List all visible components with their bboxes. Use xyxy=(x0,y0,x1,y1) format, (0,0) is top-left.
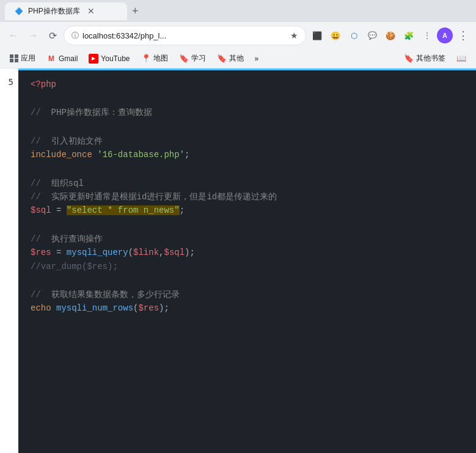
gmail-icon: M xyxy=(46,54,56,64)
other-bookmarks-label: 其他书签 xyxy=(416,53,445,64)
code-area: <?php // PHP操作数据库：查询数据 // 引入初始文件 include… xyxy=(18,68,476,453)
bookmark-youtube[interactable]: ▶ YouTube xyxy=(84,51,134,66)
comment-6: // xyxy=(31,290,46,300)
space-1 xyxy=(51,303,56,313)
comment-text-2: 引入初始文件 xyxy=(46,136,102,146)
bookmark-maps[interactable]: 📍 地图 xyxy=(136,51,173,66)
semicolon-1: ; xyxy=(185,150,189,160)
tab-close[interactable]: ✕ xyxy=(87,6,95,16)
back-button[interactable]: ← xyxy=(5,27,22,44)
close-paren-2: ); xyxy=(159,303,169,313)
browser-chrome: 🔷 PHP操作数据库 ✕ + ← → ⟳ ⓘ localhost:63342/p… xyxy=(0,0,476,68)
other-bookmarks-icon: 🔖 xyxy=(404,54,414,64)
reading-list-icon: 📖 xyxy=(456,54,466,63)
study-icon: 🔖 xyxy=(179,54,189,64)
maps-icon: 📍 xyxy=(141,54,151,64)
tab-favicon: 🔷 xyxy=(15,7,23,15)
extension-icon-5[interactable]: ⋮ xyxy=(419,27,436,44)
assign-op-2: = xyxy=(51,248,67,257)
forward-button[interactable]: → xyxy=(24,27,42,44)
link-var: $link xyxy=(133,248,159,257)
comment-text-3: 组织sql xyxy=(46,179,84,188)
bookmark-star-icon[interactable]: ★ xyxy=(290,31,298,40)
apps-icon xyxy=(10,54,18,63)
code-line-10: $sql = "select * from n_news"; xyxy=(31,204,464,217)
comment-4: // xyxy=(31,192,46,202)
sql-var-2: $sql xyxy=(164,248,185,257)
maps-label: 地图 xyxy=(153,53,168,64)
bookmark-other-bookmarks[interactable]: 🔖 其他书签 xyxy=(399,51,450,66)
extensions-button[interactable]: ⬛ xyxy=(309,27,326,44)
extension-icon-2[interactable]: ⬡ xyxy=(345,27,362,44)
tab-bar: 🔷 PHP操作数据库 ✕ + xyxy=(0,0,476,22)
study-label: 学习 xyxy=(191,53,206,64)
assign-op: = xyxy=(51,205,67,215)
comment-2: // xyxy=(31,136,46,146)
bookmark-reading-list[interactable]: 📖 xyxy=(452,51,471,65)
bookmarks-bar: 应用 M Gmail ▶ YouTube 📍 地图 🔖 学习 🔖 其他 » 🔖 xyxy=(0,49,476,68)
bookmark-apps[interactable]: 应用 xyxy=(5,51,40,66)
bookmark-gmail[interactable]: M Gmail xyxy=(42,51,82,66)
echo-keyword: echo xyxy=(31,303,51,313)
code-line-15 xyxy=(31,273,464,288)
extension-icon-4[interactable]: 🍪 xyxy=(382,27,399,44)
nav-bar: ← → ⟳ ⓘ localhost:63342/php_l... ★ ⬛ 😀 ⬡… xyxy=(0,22,476,49)
nav-icons: ⬛ 😀 ⬡ 💬 🍪 🧩 ⋮ A ⋮ xyxy=(309,27,471,44)
bookmark-study[interactable]: 🔖 学习 xyxy=(174,51,211,66)
sql-var: $sql xyxy=(31,205,51,215)
code-line-14: //var_dump($res); xyxy=(31,260,464,273)
page-content: 5 <?php // PHP操作数据库：查询数据 // 引入初始文件 inclu… xyxy=(0,68,476,453)
code-line-6: include_once '16-database.php'; xyxy=(31,148,464,161)
tab-title: PHP操作数据库 xyxy=(28,6,80,17)
youtube-icon: ▶ xyxy=(89,54,98,64)
line-number-5: 5 xyxy=(9,77,13,87)
sql-string-highlighted: "select * from n_news" xyxy=(67,205,180,215)
code-line-4 xyxy=(31,120,464,134)
code-line-5: // 引入初始文件 xyxy=(31,134,464,148)
gmail-label: Gmail xyxy=(59,54,78,63)
extension-icon-3[interactable]: 💬 xyxy=(364,27,381,44)
comment-text-6: 获取结果集数据条数，多少行记录 xyxy=(46,290,179,300)
res-var-2: $res xyxy=(138,303,159,313)
code-line-7 xyxy=(31,162,464,177)
comment-text-5: 执行查询操作 xyxy=(46,234,102,244)
mysqli-num-rows-func: mysqli_num_rows xyxy=(56,303,133,313)
code-line-13: $res = mysqli_query($link,$sql); xyxy=(31,246,464,259)
code-line-9: // 实际更新时通常是根据id进行更新，但是id都是传递过来的 xyxy=(31,190,464,204)
include-string: '16-database.php' xyxy=(92,150,185,160)
other-label: 其他 xyxy=(229,53,244,64)
include-keyword: include_once xyxy=(31,150,92,160)
mysqli-query-func: mysqli_query xyxy=(67,248,128,257)
semicolon-2: ; xyxy=(180,205,185,215)
more-label: » xyxy=(255,54,259,63)
lock-icon: ⓘ xyxy=(71,31,79,41)
res-var: $res xyxy=(31,248,51,257)
extension-icon-1[interactable]: 😀 xyxy=(327,27,344,44)
comment-5: // xyxy=(31,234,46,244)
comment-text-1: PHP操作数据库：查询数据 xyxy=(46,108,152,117)
bookmark-other[interactable]: 🔖 其他 xyxy=(212,51,249,66)
code-line-8: // 组织sql xyxy=(31,177,464,190)
code-line-11 xyxy=(31,218,464,232)
code-line-1: <?php xyxy=(31,78,464,91)
code-line-3: // PHP操作数据库：查询数据 xyxy=(31,106,464,119)
comment-vardump: //var_dump($res); xyxy=(31,262,118,271)
bookmark-more[interactable]: » xyxy=(250,52,264,65)
code-line-17: echo mysqli_num_rows($res); xyxy=(31,301,464,315)
code-line-2 xyxy=(31,91,464,106)
comment-3: // xyxy=(31,179,46,188)
comment-1: // xyxy=(31,108,46,117)
menu-button[interactable]: ⋮ xyxy=(454,27,471,44)
youtube-label: YouTube xyxy=(101,54,130,63)
apps-label: 应用 xyxy=(21,53,35,64)
address-text: localhost:63342/php_l... xyxy=(82,31,287,40)
line-numbers: 5 xyxy=(0,68,18,453)
address-bar[interactable]: ⓘ localhost:63342/php_l... ★ xyxy=(64,26,306,45)
reload-button[interactable]: ⟳ xyxy=(44,27,61,44)
new-tab-button[interactable]: + xyxy=(127,1,144,21)
extensions-puzzle[interactable]: 🧩 xyxy=(400,27,417,44)
php-open-tag: <?php xyxy=(31,79,56,89)
close-paren-1: ); xyxy=(185,248,195,257)
profile-button[interactable]: A xyxy=(437,28,453,43)
params-1: ( xyxy=(128,248,133,257)
